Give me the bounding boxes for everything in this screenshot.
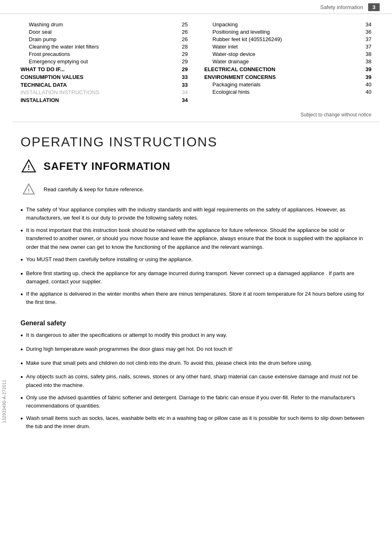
- list-item: You MUST read them carefully before inst…: [21, 255, 371, 265]
- list-item: It is dangerous to alter the specificati…: [21, 331, 371, 341]
- toc-label: ELECTRICAL CONNECTION: [204, 66, 359, 72]
- list-item: It is most important that this instructi…: [21, 226, 371, 251]
- operating-instructions-title: OPERATING INSTRUCTIONS: [0, 122, 392, 158]
- toc-row: Washing drum25: [21, 21, 188, 28]
- safety-section-header: ! SAFETY INFORMATION: [0, 158, 392, 181]
- toc-page-number: 29: [180, 58, 188, 65]
- safety-title: SAFETY INFORMATION: [44, 160, 171, 173]
- toc-page-number: 28: [180, 44, 188, 50]
- list-item: Make sure that small pets and children d…: [21, 359, 371, 369]
- page-header: Safety information 3: [0, 0, 392, 14]
- toc-row: Water-stop device38: [204, 51, 371, 57]
- toc-label: Water drainage: [212, 58, 359, 65]
- toc-page-number: 39: [363, 74, 371, 80]
- list-item: Before first starting up, check the appl…: [21, 269, 371, 286]
- list-item: Any objects such as coins, safety pins, …: [21, 373, 371, 389]
- toc-label: Washing drum: [29, 21, 175, 28]
- warning-icon-small: !: [21, 181, 37, 197]
- toc-row: Unpacking34: [204, 21, 371, 28]
- toc-label: INSTALLATION INSTRUCTIONS: [21, 89, 175, 95]
- toc-row: ENVIRONMENT CONCERNS39: [204, 74, 371, 80]
- toc-label: Unpacking: [212, 21, 359, 28]
- toc-label: Water inlet: [212, 44, 359, 50]
- toc-right-column: Unpacking34Positioning and levelling36Ru…: [204, 21, 371, 104]
- toc-page-number: 33: [180, 82, 188, 88]
- toc-row: INSTALLATION INSTRUCTIONS34: [21, 89, 188, 95]
- toc-row: Frost precautions29: [21, 51, 188, 57]
- toc-page-number: 37: [363, 36, 371, 42]
- toc-row: CONSUMPTION VALUES33: [21, 74, 188, 80]
- toc-page-number: 34: [180, 97, 188, 103]
- toc-row: Ecological hints40: [204, 89, 371, 95]
- toc-row: Water inlet37: [204, 44, 371, 50]
- read-carefully-row: ! Read carefully & keep for future refer…: [0, 181, 392, 206]
- toc-row: Door seal26: [21, 29, 188, 35]
- toc-row: TECHNICAL DATA33: [21, 82, 188, 88]
- subject-to-change-notice: Subject to change without notice: [0, 112, 392, 118]
- toc-label: Water-stop device: [212, 51, 359, 57]
- table-of-contents: Washing drum25Door seal26Drain pump26Cle…: [0, 14, 392, 109]
- safety-bullets: The safety of Your appliance complies wi…: [0, 206, 392, 317]
- general-safety-bullets: It is dangerous to alter the specificati…: [0, 331, 392, 441]
- toc-label: Ecological hints: [212, 89, 359, 95]
- toc-label: ENVIRONMENT CONCERNS: [204, 74, 359, 80]
- toc-row: ELECTRICAL CONNECTION39: [204, 66, 371, 72]
- list-item: During high temperature wash programmes …: [21, 345, 371, 355]
- toc-row: Emergency emptying out29: [21, 58, 188, 65]
- svg-text:!: !: [28, 164, 30, 171]
- toc-page-number: 40: [363, 81, 371, 88]
- page: 132933490-A-272011 Safety information 3 …: [0, 0, 392, 556]
- toc-label: Rubber feet kit (4055126249): [212, 36, 359, 42]
- toc-label: WHAT TO DO IF...: [21, 66, 175, 72]
- toc-label: Positioning and levelling: [212, 29, 359, 35]
- toc-label: Door seal: [29, 29, 175, 35]
- list-item: If the appliance is delivered in the win…: [21, 290, 371, 306]
- page-number: 3: [368, 3, 380, 11]
- toc-page-number: 33: [180, 74, 188, 80]
- toc-row: Rubber feet kit (4055126249)37: [204, 36, 371, 42]
- header-title: Safety information: [320, 4, 363, 10]
- list-item: The safety of Your appliance complies wi…: [21, 206, 371, 222]
- toc-row: Cleaning the water inlet filters28: [21, 44, 188, 50]
- toc-page-number: 29: [180, 51, 188, 57]
- read-carefully-text: Read carefully & keep for future referen…: [44, 186, 144, 192]
- toc-label: CONSUMPTION VALUES: [21, 74, 175, 80]
- toc-label: Cleaning the water inlet filters: [29, 44, 175, 50]
- toc-page-number: 34: [180, 89, 188, 95]
- toc-label: Drain pump: [29, 36, 175, 42]
- toc-row: INSTALLATION34: [21, 97, 188, 103]
- toc-row: Positioning and levelling36: [204, 29, 371, 35]
- toc-label: Packaging materials: [212, 81, 359, 88]
- toc-label: TECHNICAL DATA: [21, 82, 175, 88]
- toc-row: Drain pump26: [21, 36, 188, 42]
- list-item: Only use the advised quantities of fabri…: [21, 394, 371, 410]
- list-item: Wash small items such as socks, laces, w…: [21, 414, 371, 431]
- toc-page-number: 37: [363, 44, 371, 50]
- toc-page-number: 38: [363, 58, 371, 65]
- toc-left-column: Washing drum25Door seal26Drain pump26Cle…: [21, 21, 188, 104]
- toc-page-number: 38: [363, 51, 371, 57]
- toc-page-number: 26: [180, 36, 188, 42]
- toc-page-number: 29: [180, 66, 188, 72]
- toc-page-number: 36: [363, 29, 371, 35]
- toc-page-number: 39: [363, 66, 371, 72]
- toc-page-number: 26: [180, 29, 188, 35]
- toc-row: Water drainage38: [204, 58, 371, 65]
- toc-page-number: 40: [363, 89, 371, 95]
- toc-label: Frost precautions: [29, 51, 175, 57]
- document-code: 132933490-A-272011: [0, 247, 8, 556]
- warning-triangle-icon: !: [21, 158, 37, 174]
- toc-label: Emergency emptying out: [29, 58, 175, 65]
- toc-row: Packaging materials40: [204, 81, 371, 88]
- toc-row: WHAT TO DO IF...29: [21, 66, 188, 72]
- svg-text:!: !: [28, 188, 30, 194]
- toc-label: INSTALLATION: [21, 97, 175, 103]
- general-safety-title: General safety: [0, 317, 392, 331]
- toc-page-number: 34: [363, 21, 371, 28]
- toc-page-number: 25: [180, 21, 188, 28]
